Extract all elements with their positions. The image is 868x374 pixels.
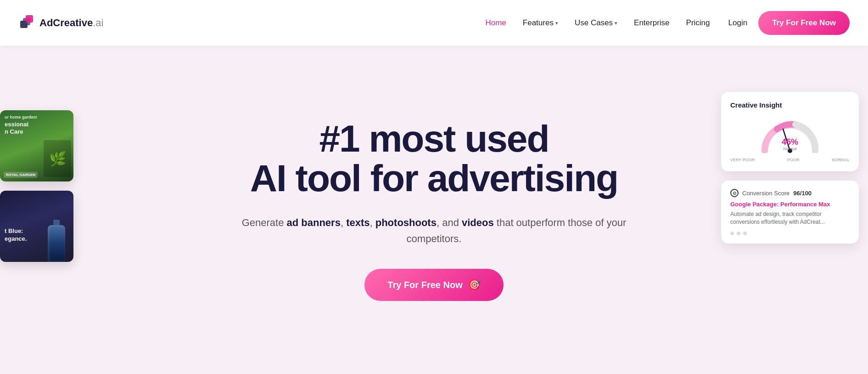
nav-item-pricing[interactable]: Pricing: [686, 18, 710, 28]
nav-link-enterprise[interactable]: Enterprise: [634, 18, 669, 27]
logo-icon: [18, 14, 36, 32]
dot-3: [743, 232, 747, 235]
garden-badge: ROYAL GARDEN: [4, 172, 38, 178]
svg-text:45%: 45%: [782, 137, 798, 147]
try-free-hero-button[interactable]: Try For Free Now 🎯: [364, 269, 503, 301]
perfume-bottle-shape: [48, 225, 65, 262]
garden-top-text: ur home garden!: [5, 115, 69, 119]
hero-subtitle: Generate ad banners, texts, photoshoots,…: [237, 215, 632, 247]
rocket-icon: 🎯: [468, 279, 481, 291]
gauge-chart: 45% Normal: [730, 116, 850, 153]
nav-item-enterprise[interactable]: Enterprise: [634, 18, 669, 28]
nav-item-use-cases[interactable]: Use Cases ▾: [575, 18, 617, 28]
hero-section: ur home garden! essional n Care 🌿 ROYAL …: [0, 46, 868, 374]
perfume-bottle: [44, 216, 69, 262]
nav-link-use-cases[interactable]: Use Cases ▾: [575, 18, 617, 28]
svg-text:Normal: Normal: [783, 147, 796, 151]
dot-2: [737, 232, 740, 235]
conversion-pkg-title: Google Package: Performance Max: [730, 201, 850, 208]
insight-card: Creative Insight 45% Normal: [721, 92, 859, 171]
navbar: AdCreative.ai Home Features ▾ Use Cases …: [0, 0, 868, 46]
nav-item-features[interactable]: Features ▾: [523, 18, 558, 28]
right-info-cards: Creative Insight 45% Normal: [721, 92, 868, 244]
chevron-down-icon: ▾: [555, 20, 558, 26]
nav-right: Login Try For Free Now: [728, 11, 850, 35]
insight-card-title: Creative Insight: [730, 101, 850, 109]
ad-card-perfume: t Blue: egance.: [0, 191, 73, 262]
nav-links: Home Features ▾ Use Cases ▾ Enterprise P…: [485, 18, 710, 28]
conversion-card: ⊙ Conversion Score 96/100 Google Package…: [721, 181, 859, 244]
logo-text: AdCreative.ai: [39, 17, 103, 29]
gauge-labels: VERY POOR POOR NORMAL: [730, 158, 850, 162]
conversion-description: Automate ad design, track competitor con…: [730, 210, 850, 226]
conversion-score-row: ⊙ Conversion Score 96/100: [730, 189, 850, 197]
nav-link-home[interactable]: Home: [485, 18, 506, 27]
score-icon: ⊙: [730, 189, 739, 197]
garden-figure: 🌿: [44, 140, 71, 177]
conversion-score-label: Conversion Score: [742, 190, 790, 197]
ad-card-garden: ur home garden! essional n Care 🌿 ROYAL …: [0, 110, 73, 181]
svg-rect-2: [26, 15, 33, 23]
login-link[interactable]: Login: [728, 18, 748, 28]
chevron-down-icon-2: ▾: [615, 20, 617, 26]
hero-title: #1 most used AI tool for advertising: [237, 119, 632, 198]
dot-1: [730, 232, 734, 235]
conversion-score-value: 96/100: [793, 190, 812, 197]
try-free-nav-button[interactable]: Try For Free Now: [758, 11, 850, 35]
conversion-dots: [730, 232, 850, 235]
logo[interactable]: AdCreative.ai: [18, 14, 103, 32]
garden-title: essional n Care: [5, 121, 69, 135]
left-ad-cards: ur home garden! essional n Care 🌿 ROYAL …: [0, 110, 73, 262]
nav-link-pricing[interactable]: Pricing: [686, 18, 710, 27]
nav-item-home[interactable]: Home: [485, 18, 506, 28]
nav-link-features[interactable]: Features ▾: [523, 18, 558, 28]
hero-center: #1 most used AI tool for advertising Gen…: [237, 119, 632, 301]
